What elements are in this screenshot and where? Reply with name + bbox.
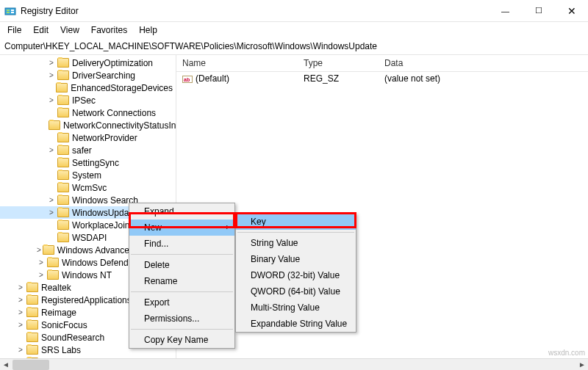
folder-icon bbox=[57, 158, 69, 167]
tree-node-label: IPSec bbox=[72, 95, 96, 106]
expand-icon[interactable]: > bbox=[16, 283, 25, 291]
col-header-name[interactable]: Name bbox=[176, 55, 298, 71]
ctx-permissions[interactable]: Permissions... bbox=[129, 311, 234, 327]
expand-icon[interactable]: > bbox=[47, 71, 56, 79]
horizontal-scrollbar[interactable]: ◄ ► bbox=[0, 358, 588, 370]
tree-node-label: DriverSearching bbox=[72, 70, 135, 81]
watermark: wsxdn.com bbox=[548, 349, 585, 357]
folder-icon bbox=[57, 183, 69, 192]
tree-node-label: DeliveryOptimization bbox=[72, 58, 153, 68]
ctx-new-string[interactable]: String Value bbox=[236, 235, 356, 251]
maximize-button[interactable]: ☐ bbox=[522, 0, 555, 22]
menu-file[interactable]: File bbox=[3, 23, 26, 37]
tree-node-label: safer bbox=[72, 145, 92, 156]
tree-node-label: Windows NT bbox=[62, 270, 112, 280]
col-header-data[interactable]: Data bbox=[379, 55, 588, 71]
folder-icon bbox=[26, 333, 38, 342]
tree-node[interactable]: Network Connections bbox=[0, 106, 176, 119]
folder-icon bbox=[49, 120, 60, 130]
ctx-new-expandstring[interactable]: Expandable String Value bbox=[236, 316, 356, 332]
tree-node[interactable]: >DeliveryOptimization bbox=[0, 57, 176, 69]
minimize-button[interactable]: — bbox=[489, 0, 522, 22]
expand-icon[interactable]: > bbox=[47, 208, 56, 217]
folder-icon bbox=[26, 345, 38, 355]
tree-node-label: WSDAPI bbox=[72, 233, 107, 243]
expand-icon[interactable]: > bbox=[16, 321, 25, 329]
tree-node[interactable]: System bbox=[0, 169, 176, 181]
folder-icon bbox=[57, 233, 69, 242]
tree-node-label: SettingSync bbox=[72, 158, 119, 168]
ctx-export[interactable]: Export bbox=[129, 294, 234, 311]
tree-node[interactable]: SettingSync bbox=[0, 156, 176, 169]
menubar: File Edit View Favorites Help bbox=[0, 22, 588, 38]
folder-icon bbox=[57, 108, 69, 117]
expand-icon[interactable]: > bbox=[16, 296, 25, 304]
menu-help[interactable]: Help bbox=[135, 23, 162, 37]
tree-node[interactable]: WcmSvc bbox=[0, 181, 176, 194]
folder-icon bbox=[47, 258, 59, 267]
tree-node-label: Realtek bbox=[41, 283, 71, 293]
ctx-delete[interactable]: Delete bbox=[129, 257, 234, 273]
tree-node[interactable]: EnhancedStorageDevices bbox=[0, 81, 176, 94]
folder-icon bbox=[26, 295, 38, 305]
context-menu: Expand New▸ Find... Delete Rename Export… bbox=[129, 203, 235, 349]
menu-view[interactable]: View bbox=[56, 23, 84, 37]
ctx-rename[interactable]: Rename bbox=[129, 273, 234, 289]
ctx-new-multistring[interactable]: Multi-String Value bbox=[236, 300, 356, 316]
svg-rect-3 bbox=[11, 10, 14, 11]
expand-icon[interactable]: > bbox=[37, 258, 46, 266]
expand-icon[interactable]: > bbox=[37, 246, 41, 254]
expand-icon[interactable]: > bbox=[47, 146, 56, 154]
ctx-new-dword[interactable]: DWORD (32-bit) Value bbox=[236, 267, 356, 283]
ctx-copy-key-name[interactable]: Copy Key Name bbox=[129, 332, 234, 348]
ctx-new[interactable]: New▸ bbox=[129, 220, 234, 236]
folder-icon bbox=[57, 170, 69, 180]
address-bar[interactable]: Computer\HKEY_LOCAL_MACHINE\SOFTWARE\Pol… bbox=[0, 38, 588, 55]
folder-icon bbox=[57, 58, 69, 68]
svg-rect-0 bbox=[5, 8, 15, 15]
tree-node-label: NetworkProvider bbox=[72, 133, 137, 143]
tree-node[interactable]: >safer bbox=[0, 144, 176, 156]
value-name: (Default) bbox=[196, 73, 229, 84]
folder-icon bbox=[57, 145, 69, 155]
close-button[interactable]: ✕ bbox=[555, 0, 588, 22]
folder-icon bbox=[26, 283, 38, 292]
tree-node[interactable]: >DriverSearching bbox=[0, 69, 176, 81]
submenu-arrow-icon: ▸ bbox=[226, 222, 230, 231]
list-row[interactable]: (Default) REG_SZ (value not set) bbox=[176, 72, 588, 85]
tree-node-label: SonicFocus bbox=[41, 320, 87, 330]
ctx-new-qword[interactable]: QWORD (64-bit) Value bbox=[236, 283, 356, 300]
tree-node[interactable]: NetworkConnectivityStatusIndicator bbox=[0, 119, 176, 131]
folder-icon bbox=[43, 245, 54, 255]
expand-icon[interactable]: > bbox=[47, 96, 56, 104]
folder-icon bbox=[57, 195, 69, 205]
svg-rect-2 bbox=[7, 12, 10, 13]
tree-node-label: EnhancedStorageDevices bbox=[71, 83, 173, 93]
tree-node-label: WorkplaceJoin bbox=[72, 220, 129, 231]
tree-node[interactable]: >IPSec bbox=[0, 94, 176, 106]
col-header-type[interactable]: Type bbox=[298, 55, 379, 71]
string-value-icon bbox=[182, 76, 193, 83]
expand-icon[interactable]: > bbox=[16, 346, 25, 354]
ctx-new-binary[interactable]: Binary Value bbox=[236, 251, 356, 267]
expand-icon[interactable]: > bbox=[47, 196, 56, 204]
expand-icon[interactable]: > bbox=[37, 271, 46, 279]
menu-edit[interactable]: Edit bbox=[29, 23, 53, 37]
folder-icon bbox=[57, 133, 69, 142]
tree-node-label: System bbox=[72, 170, 101, 181]
tree-node[interactable]: NetworkProvider bbox=[0, 131, 176, 144]
folder-icon bbox=[56, 83, 68, 92]
ctx-expand[interactable]: Expand bbox=[129, 203, 234, 220]
ctx-find[interactable]: Find... bbox=[129, 236, 234, 252]
folder-icon bbox=[26, 320, 38, 330]
folder-icon bbox=[57, 208, 69, 217]
folder-icon bbox=[57, 70, 69, 80]
tree-node-label: SoundResearch bbox=[41, 333, 104, 343]
expand-icon[interactable]: > bbox=[16, 308, 25, 316]
window-title: Registry Editor bbox=[21, 6, 489, 16]
context-submenu-new: Key String Value Binary Value DWORD (32-… bbox=[235, 213, 356, 333]
expand-icon[interactable]: > bbox=[47, 59, 56, 67]
ctx-new-key[interactable]: Key bbox=[236, 214, 356, 230]
value-data: (value not set) bbox=[379, 72, 588, 85]
menu-favorites[interactable]: Favorites bbox=[87, 23, 132, 37]
